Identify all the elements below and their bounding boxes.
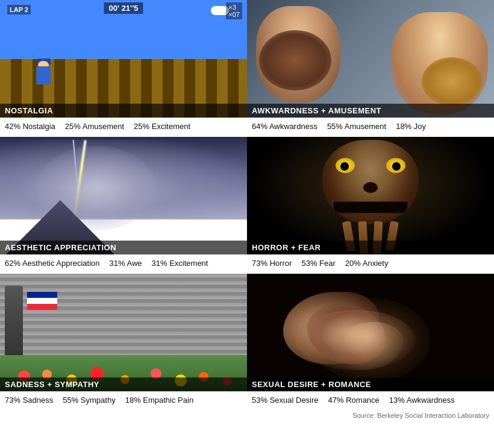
image-horror: HORROR + FEAR	[247, 137, 494, 254]
caption-awkwardness-3: 18% Joy	[396, 122, 426, 131]
caption-aesthetic: 62% Aesthetic Appreciation 31% Awe 31% E…	[0, 254, 247, 274]
caption-nostalgia-1: 42% Nostalgia	[5, 122, 55, 131]
image-awkwardness: AWKWARDNESS + AMUSEMENT	[247, 0, 494, 118]
cell-label-aesthetic: AESTHETIC APPRECIATION	[0, 241, 247, 254]
caption-aesthetic-2: 31% Awe	[110, 259, 142, 268]
cell-nostalgia: LAP 2 00' 21''5 ×3×07 NOSTALGIA 42% Nost…	[0, 0, 247, 137]
cell-horror: HORROR + FEAR 73% Horror 53% Fear 20% An…	[247, 137, 494, 274]
source-text: Source: Berkeley Social Interaction Labo…	[0, 411, 494, 421]
caption-horror-3: 20% Anxiety	[345, 259, 389, 268]
caption-nostalgia-3: 25% Excitement	[134, 122, 190, 131]
image-grid: LAP 2 00' 21''5 ×3×07 NOSTALGIA 42% Nost…	[0, 0, 494, 421]
caption-aesthetic-1: 62% Aesthetic Appreciation	[5, 259, 100, 268]
caption-awkwardness: 64% Awkwardness 55% Amusement 18% Joy	[247, 118, 494, 137]
caption-awkwardness-2: 55% Amusement	[327, 122, 386, 131]
cell-label-awkwardness: AWKWARDNESS + AMUSEMENT	[247, 104, 494, 118]
caption-nostalgia: 42% Nostalgia 25% Amusement 25% Exciteme…	[0, 118, 247, 137]
caption-nostalgia-2: 25% Amusement	[65, 122, 124, 131]
caption-horror-1: 73% Horror	[252, 259, 292, 268]
game-lap-text: LAP 2	[7, 5, 31, 14]
caption-horror-2: 53% Fear	[301, 259, 335, 268]
cell-label-sadness: SADNESS + SYMPATHY	[0, 377, 247, 391]
cell-label-nostalgia: NOSTALGIA	[0, 104, 247, 118]
caption-sexual: 53% Sexual Desire 47% Romance 13% Awkwar…	[247, 391, 494, 411]
image-nostalgia: LAP 2 00' 21''5 ×3×07 NOSTALGIA	[0, 0, 247, 118]
caption-sadness-3: 18% Empathic Pain	[125, 396, 193, 405]
caption-sexual-1: 53% Sexual Desire	[252, 396, 319, 405]
game-score-text: ×3×07	[226, 2, 242, 19]
cell-label-horror: HORROR + FEAR	[247, 241, 494, 254]
caption-sexual-3: 13% Awkwardness	[389, 396, 455, 405]
cell-sadness: SADNESS + SYMPATHY 73% Sadness 55% Sympa…	[0, 274, 247, 411]
caption-sadness-2: 55% Sympathy	[63, 396, 115, 405]
image-sadness: SADNESS + SYMPATHY	[0, 274, 247, 391]
cell-awkwardness: AWKWARDNESS + AMUSEMENT 64% Awkwardness …	[247, 0, 494, 137]
caption-horror: 73% Horror 53% Fear 20% Anxiety	[247, 254, 494, 274]
game-timer-text: 00' 21''5	[104, 2, 143, 14]
caption-sexual-2: 47% Romance	[328, 396, 380, 405]
cell-sexual: SEXUAL DESIRE + ROMANCE 53% Sexual Desir…	[247, 274, 494, 411]
cell-label-sexual: SEXUAL DESIRE + ROMANCE	[247, 377, 494, 391]
caption-aesthetic-3: 31% Excitement	[152, 259, 208, 268]
cell-aesthetic: AESTHETIC APPRECIATION 62% Aesthetic App…	[0, 137, 247, 274]
caption-awkwardness-1: 64% Awkwardness	[252, 122, 317, 131]
image-sexual: SEXUAL DESIRE + ROMANCE	[247, 274, 494, 391]
caption-sadness-1: 73% Sadness	[5, 396, 53, 405]
caption-sadness: 73% Sadness 55% Sympathy 18% Empathic Pa…	[0, 391, 247, 411]
image-aesthetic: AESTHETIC APPRECIATION	[0, 137, 247, 254]
